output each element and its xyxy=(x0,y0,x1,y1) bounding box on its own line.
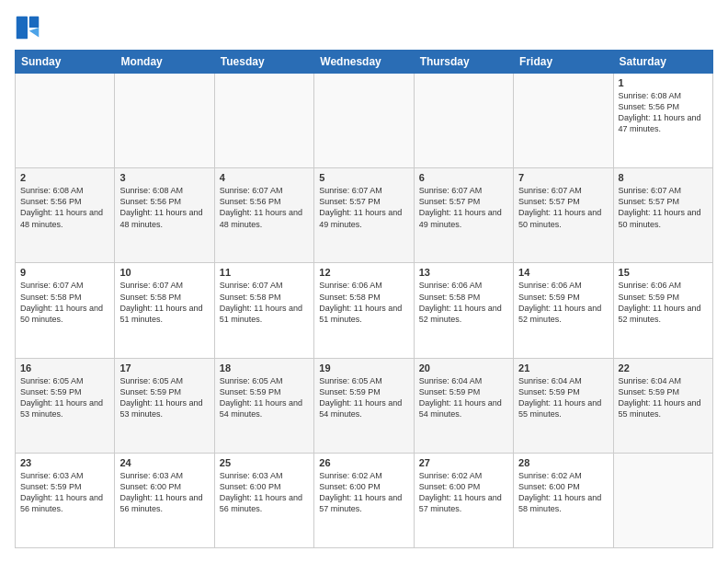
page: SundayMondayTuesdayWednesdayThursdayFrid… xyxy=(0,0,728,563)
calendar-cell: 8Sunrise: 6:07 AM Sunset: 5:57 PM Daylig… xyxy=(613,168,712,263)
calendar-cell: 14Sunrise: 6:06 AM Sunset: 5:59 PM Dayli… xyxy=(514,263,613,358)
day-info: Sunrise: 6:03 AM Sunset: 5:59 PM Dayligh… xyxy=(20,470,109,515)
day-number: 7 xyxy=(518,172,608,183)
day-number: 22 xyxy=(619,362,708,373)
calendar-cell: 4Sunrise: 6:07 AM Sunset: 5:56 PM Daylig… xyxy=(214,168,313,263)
day-info: Sunrise: 6:05 AM Sunset: 5:59 PM Dayligh… xyxy=(319,375,408,420)
day-info: Sunrise: 6:03 AM Sunset: 6:00 PM Dayligh… xyxy=(119,470,209,515)
weekday-header-sunday: Sunday xyxy=(16,51,115,74)
day-number: 27 xyxy=(419,457,508,468)
calendar-cell: 6Sunrise: 6:07 AM Sunset: 5:57 PM Daylig… xyxy=(414,168,513,263)
day-number: 16 xyxy=(20,362,109,373)
day-info: Sunrise: 6:06 AM Sunset: 5:59 PM Dayligh… xyxy=(518,280,608,325)
weekday-header-saturday: Saturday xyxy=(613,51,712,74)
day-number: 12 xyxy=(319,267,408,278)
calendar-cell: 23Sunrise: 6:03 AM Sunset: 5:59 PM Dayli… xyxy=(16,453,115,547)
day-info: Sunrise: 6:06 AM Sunset: 5:58 PM Dayligh… xyxy=(419,280,508,325)
calendar-cell: 25Sunrise: 6:03 AM Sunset: 6:00 PM Dayli… xyxy=(214,453,313,547)
day-info: Sunrise: 6:07 AM Sunset: 5:58 PM Dayligh… xyxy=(20,280,109,325)
calendar-week-row: 16Sunrise: 6:05 AM Sunset: 5:59 PM Dayli… xyxy=(16,358,713,453)
day-number: 2 xyxy=(20,172,109,183)
day-number: 15 xyxy=(619,267,708,278)
day-info: Sunrise: 6:07 AM Sunset: 5:57 PM Dayligh… xyxy=(419,185,508,230)
calendar-cell: 2Sunrise: 6:08 AM Sunset: 5:56 PM Daylig… xyxy=(16,168,115,263)
weekday-header-row: SundayMondayTuesdayWednesdayThursdayFrid… xyxy=(16,51,713,74)
calendar-cell: 26Sunrise: 6:02 AM Sunset: 6:00 PM Dayli… xyxy=(314,453,414,547)
svg-marker-2 xyxy=(29,28,40,38)
day-number: 20 xyxy=(419,362,508,373)
day-info: Sunrise: 6:05 AM Sunset: 5:59 PM Dayligh… xyxy=(220,375,309,420)
calendar-cell: 27Sunrise: 6:02 AM Sunset: 6:00 PM Dayli… xyxy=(414,453,513,547)
calendar-cell xyxy=(514,74,613,168)
day-info: Sunrise: 6:07 AM Sunset: 5:57 PM Dayligh… xyxy=(319,185,408,230)
day-info: Sunrise: 6:07 AM Sunset: 5:57 PM Dayligh… xyxy=(518,185,608,230)
day-number: 9 xyxy=(20,267,109,278)
day-number: 26 xyxy=(319,457,408,468)
day-info: Sunrise: 6:04 AM Sunset: 5:59 PM Dayligh… xyxy=(619,375,708,420)
calendar-table: SundayMondayTuesdayWednesdayThursdayFrid… xyxy=(15,50,713,548)
day-number: 6 xyxy=(419,172,508,183)
calendar-cell: 22Sunrise: 6:04 AM Sunset: 5:59 PM Dayli… xyxy=(613,358,712,453)
logo-icon xyxy=(15,15,40,40)
day-info: Sunrise: 6:04 AM Sunset: 5:59 PM Dayligh… xyxy=(518,375,608,420)
day-number: 11 xyxy=(220,267,309,278)
header xyxy=(15,15,713,40)
day-number: 10 xyxy=(119,267,209,278)
day-info: Sunrise: 6:02 AM Sunset: 6:00 PM Dayligh… xyxy=(419,470,508,515)
day-number: 8 xyxy=(619,172,708,183)
calendar-week-row: 23Sunrise: 6:03 AM Sunset: 5:59 PM Dayli… xyxy=(16,453,713,547)
weekday-header-monday: Monday xyxy=(115,51,214,74)
day-number: 25 xyxy=(220,457,309,468)
day-info: Sunrise: 6:08 AM Sunset: 5:56 PM Dayligh… xyxy=(20,185,109,230)
day-info: Sunrise: 6:06 AM Sunset: 5:59 PM Dayligh… xyxy=(619,280,708,325)
day-info: Sunrise: 6:07 AM Sunset: 5:56 PM Dayligh… xyxy=(220,185,309,230)
calendar-cell xyxy=(314,74,414,168)
calendar-cell: 7Sunrise: 6:07 AM Sunset: 5:57 PM Daylig… xyxy=(514,168,613,263)
day-number: 1 xyxy=(619,77,708,88)
day-number: 21 xyxy=(518,362,608,373)
calendar-cell: 11Sunrise: 6:07 AM Sunset: 5:58 PM Dayli… xyxy=(214,263,313,358)
calendar-cell: 21Sunrise: 6:04 AM Sunset: 5:59 PM Dayli… xyxy=(514,358,613,453)
calendar-cell: 28Sunrise: 6:02 AM Sunset: 6:00 PM Dayli… xyxy=(514,453,613,547)
calendar-cell: 17Sunrise: 6:05 AM Sunset: 5:59 PM Dayli… xyxy=(115,358,214,453)
day-number: 4 xyxy=(220,172,309,183)
svg-rect-1 xyxy=(29,17,40,28)
day-number: 19 xyxy=(319,362,408,373)
calendar-cell: 19Sunrise: 6:05 AM Sunset: 5:59 PM Dayli… xyxy=(314,358,414,453)
weekday-header-friday: Friday xyxy=(514,51,613,74)
calendar-cell: 9Sunrise: 6:07 AM Sunset: 5:58 PM Daylig… xyxy=(16,263,115,358)
weekday-header-thursday: Thursday xyxy=(414,51,513,74)
day-number: 28 xyxy=(518,457,608,468)
day-info: Sunrise: 6:05 AM Sunset: 5:59 PM Dayligh… xyxy=(20,375,109,420)
day-info: Sunrise: 6:02 AM Sunset: 6:00 PM Dayligh… xyxy=(518,470,608,515)
day-info: Sunrise: 6:05 AM Sunset: 5:59 PM Dayligh… xyxy=(119,375,209,420)
calendar-week-row: 9Sunrise: 6:07 AM Sunset: 5:58 PM Daylig… xyxy=(16,263,713,358)
day-number: 5 xyxy=(319,172,408,183)
calendar-cell: 5Sunrise: 6:07 AM Sunset: 5:57 PM Daylig… xyxy=(314,168,414,263)
day-info: Sunrise: 6:08 AM Sunset: 5:56 PM Dayligh… xyxy=(619,90,708,135)
calendar-week-row: 1Sunrise: 6:08 AM Sunset: 5:56 PM Daylig… xyxy=(16,74,713,168)
calendar-cell: 20Sunrise: 6:04 AM Sunset: 5:59 PM Dayli… xyxy=(414,358,513,453)
day-info: Sunrise: 6:06 AM Sunset: 5:58 PM Dayligh… xyxy=(319,280,408,325)
calendar-cell xyxy=(115,74,214,168)
day-number: 23 xyxy=(20,457,109,468)
calendar-cell xyxy=(414,74,513,168)
day-number: 24 xyxy=(119,457,209,468)
day-info: Sunrise: 6:02 AM Sunset: 6:00 PM Dayligh… xyxy=(319,470,408,515)
day-info: Sunrise: 6:04 AM Sunset: 5:59 PM Dayligh… xyxy=(419,375,508,420)
calendar-cell: 13Sunrise: 6:06 AM Sunset: 5:58 PM Dayli… xyxy=(414,263,513,358)
calendar-cell xyxy=(613,453,712,547)
calendar-cell xyxy=(214,74,313,168)
calendar-cell: 18Sunrise: 6:05 AM Sunset: 5:59 PM Dayli… xyxy=(214,358,313,453)
logo xyxy=(15,15,44,40)
calendar-cell xyxy=(16,74,115,168)
day-number: 3 xyxy=(119,172,209,183)
svg-rect-0 xyxy=(17,17,28,40)
day-info: Sunrise: 6:07 AM Sunset: 5:57 PM Dayligh… xyxy=(619,185,708,230)
day-info: Sunrise: 6:03 AM Sunset: 6:00 PM Dayligh… xyxy=(220,470,309,515)
day-number: 18 xyxy=(220,362,309,373)
day-number: 17 xyxy=(119,362,209,373)
calendar-cell: 16Sunrise: 6:05 AM Sunset: 5:59 PM Dayli… xyxy=(16,358,115,453)
calendar-week-row: 2Sunrise: 6:08 AM Sunset: 5:56 PM Daylig… xyxy=(16,168,713,263)
calendar-cell: 12Sunrise: 6:06 AM Sunset: 5:58 PM Dayli… xyxy=(314,263,414,358)
